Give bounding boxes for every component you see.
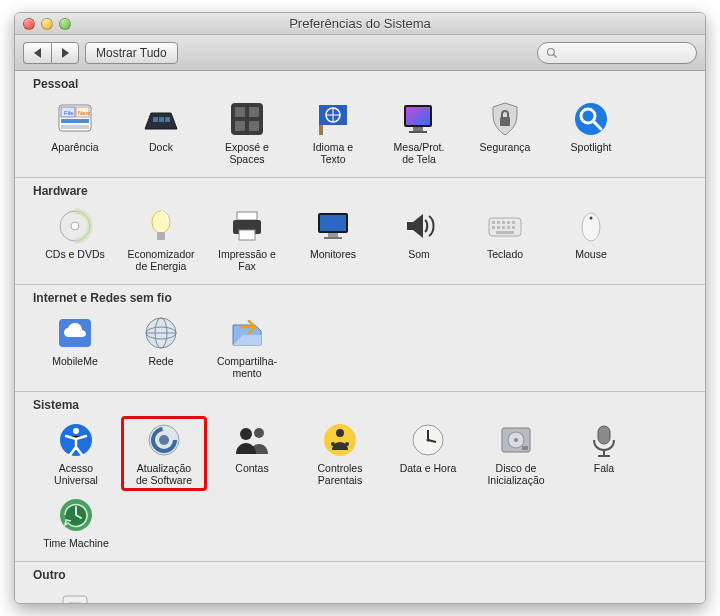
pref-spotlight[interactable]: Spotlight [549, 95, 633, 169]
pref-expose[interactable]: Exposé e Spaces [205, 95, 289, 169]
pref-compartilhamento[interactable]: Compartilha- mento [205, 309, 289, 383]
pref-label: Compartilha- mento [217, 355, 277, 379]
svg-rect-48 [507, 226, 510, 229]
plugin-icon [55, 590, 95, 603]
pref-data-hora[interactable]: Data e Hora [385, 416, 471, 490]
svg-rect-45 [492, 226, 495, 229]
svg-point-68 [345, 442, 349, 446]
nav-segment [23, 42, 79, 64]
pref-contas[interactable]: Contas [209, 416, 295, 490]
pref-teclado[interactable]: Teclado [463, 202, 547, 276]
pref-label: Atualização de Software [136, 462, 192, 486]
printer-icon [227, 206, 267, 246]
pref-label: Controles Parentais [318, 462, 363, 486]
svg-rect-34 [239, 230, 255, 240]
software-update-icon [144, 420, 184, 460]
svg-rect-16 [249, 121, 259, 131]
startup-disk-icon [496, 420, 536, 460]
svg-rect-9 [153, 117, 158, 122]
section-sistema: Sistema Acesso Universal Atualização de … [15, 392, 705, 561]
section-title: Pessoal [33, 77, 687, 91]
section-hardware: Hardware CDs e DVDs Economizador de Ener… [15, 178, 705, 285]
svg-point-25 [575, 103, 607, 135]
svg-rect-76 [522, 446, 528, 450]
network-icon [141, 313, 181, 353]
section-outro: Outro VoodooHDA explorando.com.br [15, 562, 705, 603]
pref-label: Fala [594, 462, 614, 474]
pref-label: Time Machine [43, 537, 109, 549]
svg-rect-32 [237, 212, 257, 220]
pref-time-machine[interactable]: Time Machine [33, 491, 119, 553]
pref-idioma[interactable]: Idioma e Texto [291, 95, 375, 169]
pref-dock[interactable]: Dock [119, 95, 203, 169]
pref-label: Teclado [487, 248, 523, 260]
pref-atualizacao-software[interactable]: Atualização de Software [121, 416, 207, 490]
pref-impressao[interactable]: Impressão e Fax [205, 202, 289, 276]
back-button[interactable] [23, 42, 51, 64]
section-title: Outro [33, 568, 687, 582]
svg-rect-15 [235, 121, 245, 131]
show-all-button[interactable]: Mostrar Tudo [85, 42, 178, 64]
pref-controles-parentais[interactable]: Controles Parentais [297, 416, 383, 490]
pref-cds-dvds[interactable]: CDs e DVDs [33, 202, 117, 276]
svg-text:New: New [78, 110, 91, 116]
svg-rect-36 [320, 215, 346, 231]
svg-rect-49 [512, 226, 515, 229]
svg-rect-47 [502, 226, 505, 229]
pref-label: Idioma e Texto [313, 141, 353, 165]
svg-rect-21 [406, 107, 430, 125]
svg-rect-44 [512, 221, 515, 224]
section-title: Sistema [33, 398, 687, 412]
pref-label: Dock [149, 141, 173, 153]
cloud-icon [55, 313, 95, 353]
pref-rede[interactable]: Rede [119, 309, 203, 383]
pref-label: Mouse [575, 248, 607, 260]
pref-mobileme[interactable]: MobileMe [33, 309, 117, 383]
svg-rect-31 [157, 232, 165, 240]
svg-rect-46 [497, 226, 500, 229]
pref-label: Impressão e Fax [218, 248, 276, 272]
pref-disco-inicializacao[interactable]: Disco de Inicialização [473, 416, 559, 490]
section-internet: Internet e Redes sem fio MobileMe Rede C… [15, 285, 705, 392]
pref-acesso-universal[interactable]: Acesso Universal [33, 416, 119, 490]
svg-point-29 [71, 222, 79, 230]
pref-voodoohda[interactable]: VoodooHDA [33, 586, 117, 603]
svg-point-62 [159, 435, 169, 445]
pref-mouse[interactable]: Mouse [549, 202, 633, 276]
pref-label: CDs e DVDs [45, 248, 105, 260]
parental-icon [320, 420, 360, 460]
pref-energia[interactable]: Economizador de Energia [119, 202, 203, 276]
display-icon [313, 206, 353, 246]
svg-rect-77 [598, 426, 610, 444]
svg-rect-42 [502, 221, 505, 224]
toolbar: Mostrar Tudo [15, 35, 705, 71]
svg-rect-37 [328, 233, 338, 237]
language-icon [313, 99, 353, 139]
pref-label: Spotlight [571, 141, 612, 153]
search-icon [546, 47, 558, 59]
svg-rect-10 [159, 117, 164, 122]
search-input[interactable] [537, 42, 697, 64]
window-title: Preferências do Sistema [15, 16, 705, 31]
pref-label: Acesso Universal [54, 462, 98, 486]
sharing-icon [227, 313, 267, 353]
pref-fala[interactable]: Fala [561, 416, 647, 490]
disc-icon [55, 206, 95, 246]
pref-monitores[interactable]: Monitores [291, 202, 375, 276]
svg-point-0 [548, 48, 555, 55]
section-title: Internet e Redes sem fio [33, 291, 687, 305]
dock-icon [141, 99, 181, 139]
pref-mesa[interactable]: Mesa/Prot. de Tela [377, 95, 461, 169]
spotlight-icon [571, 99, 611, 139]
svg-line-1 [554, 54, 557, 57]
pref-aparencia[interactable]: FileNew Aparência [33, 95, 117, 169]
svg-point-72 [427, 439, 430, 442]
chevron-right-icon [62, 48, 69, 58]
pref-seguranca[interactable]: Segurança [463, 95, 547, 169]
expose-icon [227, 99, 267, 139]
svg-rect-7 [61, 119, 89, 123]
security-icon [485, 99, 525, 139]
forward-button[interactable] [51, 42, 79, 64]
svg-rect-50 [496, 231, 514, 234]
pref-som[interactable]: Som [377, 202, 461, 276]
